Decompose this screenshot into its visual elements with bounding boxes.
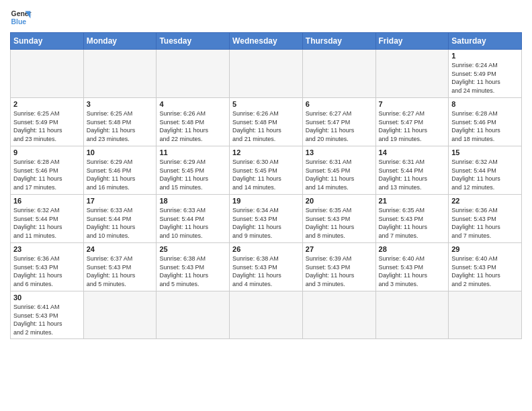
day-info: Sunrise: 6:34 AM Sunset: 5:43 PM Dayligh… — [232, 206, 300, 240]
day-info: Sunrise: 6:31 AM Sunset: 5:45 PM Dayligh… — [306, 158, 373, 191]
logo: General Blue — [10, 7, 32, 28]
day-cell: 20Sunrise: 6:35 AM Sunset: 5:43 PM Dayli… — [302, 195, 375, 243]
day-number: 19 — [232, 197, 300, 205]
weekday-header-wednesday: Wednesday — [230, 33, 303, 50]
day-number: 22 — [451, 197, 519, 205]
day-number: 23 — [13, 245, 81, 253]
weekday-header-sunday: Sunday — [11, 33, 84, 50]
week-row-2: 9Sunrise: 6:28 AM Sunset: 5:46 PM Daylig… — [11, 146, 522, 195]
day-info: Sunrise: 6:33 AM Sunset: 5:44 PM Dayligh… — [87, 206, 154, 240]
day-cell: 1Sunrise: 6:24 AM Sunset: 5:49 PM Daylig… — [449, 50, 522, 98]
week-row-5: 30Sunrise: 6:41 AM Sunset: 5:43 PM Dayli… — [11, 291, 522, 339]
day-number: 20 — [306, 197, 373, 205]
day-info: Sunrise: 6:26 AM Sunset: 5:48 PM Dayligh… — [232, 109, 300, 143]
day-number: 21 — [379, 197, 446, 205]
day-number: 3 — [87, 100, 154, 108]
day-number: 24 — [87, 245, 154, 253]
day-cell — [230, 291, 303, 339]
day-number: 7 — [379, 100, 446, 108]
day-number: 10 — [87, 148, 154, 156]
day-info: Sunrise: 6:25 AM Sunset: 5:48 PM Dayligh… — [87, 109, 154, 143]
week-row-1: 2Sunrise: 6:25 AM Sunset: 5:49 PM Daylig… — [11, 98, 522, 146]
day-info: Sunrise: 6:26 AM Sunset: 5:48 PM Dayligh… — [159, 109, 226, 143]
weekday-header-thursday: Thursday — [302, 33, 375, 50]
day-cell — [83, 50, 157, 98]
day-cell: 8Sunrise: 6:28 AM Sunset: 5:46 PM Daylig… — [449, 98, 522, 146]
day-info: Sunrise: 6:41 AM Sunset: 5:43 PM Dayligh… — [13, 303, 81, 336]
day-cell: 11Sunrise: 6:29 AM Sunset: 5:45 PM Dayli… — [157, 146, 230, 195]
day-info: Sunrise: 6:36 AM Sunset: 5:43 PM Dayligh… — [451, 206, 519, 240]
day-cell: 12Sunrise: 6:30 AM Sunset: 5:45 PM Dayli… — [230, 146, 303, 195]
day-cell: 27Sunrise: 6:39 AM Sunset: 5:43 PM Dayli… — [302, 243, 375, 291]
day-info: Sunrise: 6:27 AM Sunset: 5:47 PM Dayligh… — [306, 109, 373, 143]
logo-icon: General Blue — [10, 7, 32, 28]
day-cell — [230, 50, 303, 98]
day-number: 1 — [451, 52, 519, 60]
weekday-header-monday: Monday — [83, 33, 157, 50]
day-number: 30 — [13, 293, 81, 302]
day-cell: 30Sunrise: 6:41 AM Sunset: 5:43 PM Dayli… — [11, 291, 84, 339]
day-number: 2 — [13, 100, 81, 108]
header-section: General Blue — [10, 7, 522, 28]
day-cell: 5Sunrise: 6:26 AM Sunset: 5:48 PM Daylig… — [230, 98, 303, 146]
week-row-0: 1Sunrise: 6:24 AM Sunset: 5:49 PM Daylig… — [11, 50, 522, 98]
day-info: Sunrise: 6:32 AM Sunset: 5:44 PM Dayligh… — [13, 206, 81, 240]
day-cell: 22Sunrise: 6:36 AM Sunset: 5:43 PM Dayli… — [449, 195, 522, 243]
weekday-header-tuesday: Tuesday — [157, 33, 230, 50]
day-cell — [302, 291, 375, 339]
day-cell: 29Sunrise: 6:40 AM Sunset: 5:43 PM Dayli… — [449, 243, 522, 291]
day-number: 13 — [306, 148, 373, 156]
day-number: 29 — [451, 245, 519, 253]
day-info: Sunrise: 6:39 AM Sunset: 5:43 PM Dayligh… — [306, 255, 373, 288]
day-number: 18 — [159, 197, 226, 205]
day-cell: 14Sunrise: 6:31 AM Sunset: 5:44 PM Dayli… — [375, 146, 449, 195]
day-info: Sunrise: 6:29 AM Sunset: 5:45 PM Dayligh… — [159, 158, 226, 191]
day-number: 12 — [232, 148, 300, 156]
day-info: Sunrise: 6:35 AM Sunset: 5:43 PM Dayligh… — [379, 206, 446, 240]
day-cell: 18Sunrise: 6:33 AM Sunset: 5:44 PM Dayli… — [157, 195, 230, 243]
day-cell: 19Sunrise: 6:34 AM Sunset: 5:43 PM Dayli… — [230, 195, 303, 243]
calendar-table: SundayMondayTuesdayWednesdayThursdayFrid… — [10, 32, 522, 339]
day-info: Sunrise: 6:28 AM Sunset: 5:46 PM Dayligh… — [451, 109, 519, 143]
day-cell: 9Sunrise: 6:28 AM Sunset: 5:46 PM Daylig… — [11, 146, 84, 195]
day-number: 5 — [232, 100, 300, 108]
day-info: Sunrise: 6:30 AM Sunset: 5:45 PM Dayligh… — [232, 158, 300, 191]
day-cell: 28Sunrise: 6:40 AM Sunset: 5:43 PM Dayli… — [375, 243, 449, 291]
day-cell: 16Sunrise: 6:32 AM Sunset: 5:44 PM Dayli… — [11, 195, 84, 243]
day-info: Sunrise: 6:24 AM Sunset: 5:49 PM Dayligh… — [451, 61, 519, 95]
day-cell: 13Sunrise: 6:31 AM Sunset: 5:45 PM Dayli… — [302, 146, 375, 195]
week-row-4: 23Sunrise: 6:36 AM Sunset: 5:43 PM Dayli… — [11, 243, 522, 291]
day-number: 14 — [379, 148, 446, 156]
day-info: Sunrise: 6:40 AM Sunset: 5:43 PM Dayligh… — [379, 255, 446, 288]
day-cell: 7Sunrise: 6:27 AM Sunset: 5:47 PM Daylig… — [375, 98, 449, 146]
day-cell — [375, 50, 449, 98]
day-info: Sunrise: 6:38 AM Sunset: 5:43 PM Dayligh… — [232, 255, 300, 288]
day-cell — [83, 291, 157, 339]
day-info: Sunrise: 6:35 AM Sunset: 5:43 PM Dayligh… — [306, 206, 373, 240]
week-row-3: 16Sunrise: 6:32 AM Sunset: 5:44 PM Dayli… — [11, 195, 522, 243]
day-cell: 25Sunrise: 6:38 AM Sunset: 5:43 PM Dayli… — [157, 243, 230, 291]
day-cell — [449, 291, 522, 339]
weekday-header-friday: Friday — [375, 33, 449, 50]
day-cell — [157, 291, 230, 339]
day-info: Sunrise: 6:36 AM Sunset: 5:43 PM Dayligh… — [13, 255, 81, 288]
day-info: Sunrise: 6:33 AM Sunset: 5:44 PM Dayligh… — [159, 206, 226, 240]
day-info: Sunrise: 6:38 AM Sunset: 5:43 PM Dayligh… — [159, 255, 226, 288]
day-cell: 4Sunrise: 6:26 AM Sunset: 5:48 PM Daylig… — [157, 98, 230, 146]
day-cell: 2Sunrise: 6:25 AM Sunset: 5:49 PM Daylig… — [11, 98, 84, 146]
day-number: 26 — [232, 245, 300, 253]
day-cell: 24Sunrise: 6:37 AM Sunset: 5:43 PM Dayli… — [83, 243, 157, 291]
day-info: Sunrise: 6:37 AM Sunset: 5:43 PM Dayligh… — [87, 255, 154, 288]
day-number: 25 — [159, 245, 226, 253]
day-cell — [302, 50, 375, 98]
day-number: 11 — [159, 148, 226, 156]
day-number: 15 — [451, 148, 519, 156]
weekday-header-row: SundayMondayTuesdayWednesdayThursdayFrid… — [11, 33, 522, 50]
day-cell: 3Sunrise: 6:25 AM Sunset: 5:48 PM Daylig… — [83, 98, 157, 146]
day-number: 17 — [87, 197, 154, 205]
weekday-header-saturday: Saturday — [449, 33, 522, 50]
day-cell — [11, 50, 84, 98]
day-cell: 10Sunrise: 6:29 AM Sunset: 5:46 PM Dayli… — [83, 146, 157, 195]
day-cell — [157, 50, 230, 98]
day-info: Sunrise: 6:29 AM Sunset: 5:46 PM Dayligh… — [87, 158, 154, 191]
